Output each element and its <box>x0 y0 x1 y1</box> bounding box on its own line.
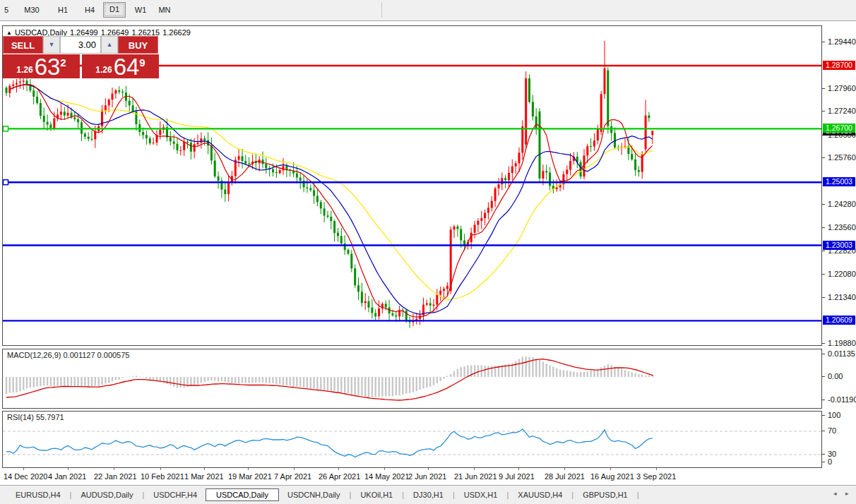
tab-separator: | <box>142 491 144 499</box>
date-label: 21 Jun 2021 <box>454 472 497 481</box>
date-tick <box>384 468 385 470</box>
date-tick <box>248 468 249 470</box>
tab-separator: | <box>350 491 352 499</box>
rsi-line <box>6 429 653 457</box>
chart-tabs: EURUSD,H4|AUDUSD,Daily|USDCHF,H4USDCAD,D… <box>7 488 640 502</box>
date-label: 2 Jun 2021 <box>408 472 446 481</box>
price-badge-1.28700: 1.28700 <box>823 61 855 70</box>
tab-usdchf-h4[interactable]: USDCHF,H4 <box>145 489 206 500</box>
bid-price-pip: 2 <box>60 56 66 68</box>
price-tick <box>822 204 825 205</box>
date-label: 19 Mar 2021 <box>228 472 272 481</box>
volume-input[interactable]: 3.00 <box>60 36 101 54</box>
macd-tick <box>822 400 825 400</box>
ask-price-pip: 9 <box>139 56 145 68</box>
buy-button[interactable]: BUY <box>118 36 158 54</box>
tab-dj30-h1[interactable]: DJ30,H1 <box>405 489 452 500</box>
rsi-tick <box>822 431 825 431</box>
date-tick <box>428 468 429 470</box>
macd-axis-label: -0.011904 <box>828 395 856 404</box>
price-tick <box>822 157 825 158</box>
timeframe-button-m30[interactable]: M30 <box>21 3 42 17</box>
tab-usdx-h1[interactable]: USDX,H1 <box>456 489 506 500</box>
price-axis[interactable]: 1.294401.279601.272401.265001.257601.242… <box>822 21 856 485</box>
price-tick <box>822 274 825 275</box>
price-badge-1.23003: 1.23003 <box>823 241 855 250</box>
rsi-tick <box>822 415 825 416</box>
mt4-window: 5M30H1H4D1W1MN ▲USDCAD,Daily1.264991.266… <box>0 0 856 504</box>
line-handle[interactable] <box>4 126 8 131</box>
price-tick <box>822 88 825 89</box>
macd-tick <box>822 354 825 354</box>
bid-price-box[interactable]: 1.26632 <box>3 54 80 78</box>
macd-signal-line <box>6 359 653 400</box>
tabs-scroll-right-icon[interactable]: ▸ <box>845 490 849 497</box>
macd-axis-label: 0.01135 <box>828 349 855 358</box>
ask-price-box[interactable]: 1.26649 <box>82 54 159 78</box>
price-label: 1.29440 <box>828 37 856 46</box>
date-label: 16 Aug 2021 <box>590 472 634 481</box>
tabs-scroll-left-icon[interactable]: ◂ <box>833 490 837 497</box>
bid-price-main: 63 <box>35 57 61 77</box>
date-tick <box>656 468 657 470</box>
date-tick <box>518 468 519 470</box>
tab-ukoil-h1[interactable]: UKOil,H1 <box>352 489 401 500</box>
tab-usdcnh-daily[interactable]: USDCNH,Daily <box>279 489 349 500</box>
time-axis[interactable]: 14 Dec 20204 Jan 202122 Jan 202110 Feb 2… <box>2 468 822 485</box>
tab-usdcad-daily[interactable]: USDCAD,Daily <box>206 488 279 501</box>
date-label: 7 Apr 2021 <box>274 472 311 481</box>
price-label: 1.27240 <box>828 107 856 115</box>
date-label: 1 Mar 2021 <box>184 472 224 481</box>
ma-line-mid <box>10 85 653 314</box>
timeframe-button-5[interactable]: 5 <box>0 3 17 17</box>
line-handle[interactable] <box>4 180 8 185</box>
rsi-chart[interactable] <box>3 412 821 467</box>
tab-gbpusd-h1[interactable]: GBPUSD,H1 <box>574 489 636 500</box>
rsi-axis-label: 100 <box>828 411 840 419</box>
tab-eurusd-h4[interactable]: EURUSD,H4 <box>7 489 69 500</box>
date-label: 14 Dec 2020 <box>4 472 47 481</box>
collapse-triangle-icon[interactable]: ▲ <box>6 30 12 36</box>
ask-price-prefix: 1.26 <box>95 63 112 77</box>
one-click-trade-panel: SELL ▼ 3.00 ▲ BUY 1.26632 1.26649 <box>3 36 159 78</box>
ask-price-main: 64 <box>114 57 140 77</box>
sell-button[interactable]: SELL <box>3 36 43 54</box>
date-label: 9 Jul 2021 <box>499 472 535 481</box>
tab-separator: | <box>453 491 455 499</box>
timeframe-button-w1[interactable]: W1 <box>130 3 151 17</box>
price-label: 1.27960 <box>828 84 856 92</box>
date-tick <box>564 468 565 470</box>
date-label: 3 Sep 2021 <box>636 472 676 481</box>
volume-increase-button[interactable]: ▲ <box>101 36 118 54</box>
tab-xauusd-h4[interactable]: XAUUSD,H4 <box>509 489 571 500</box>
price-label: 1.24280 <box>828 200 856 208</box>
price-label: 1.21340 <box>828 293 856 301</box>
price-tick <box>822 227 825 228</box>
date-label: 28 Jul 2021 <box>545 472 585 481</box>
date-label: 4 Jan 2021 <box>48 472 86 481</box>
price-tick <box>822 251 825 251</box>
macd-label: MACD(12,26,9) 0.001127 0.000575 <box>7 351 129 359</box>
ma-line-fast <box>10 85 653 318</box>
price-tick <box>822 42 825 42</box>
candles-layer <box>6 41 654 328</box>
volume-decrease-button[interactable]: ▼ <box>43 36 60 54</box>
macd-indicator-pane[interactable]: MACD(12,26,9) 0.001127 0.000575 <box>2 349 822 409</box>
date-label: 22 Jan 2021 <box>94 472 137 481</box>
date-tick <box>204 468 205 470</box>
timeframe-button-mn[interactable]: MN <box>154 3 175 17</box>
tab-separator: | <box>637 491 639 499</box>
timeframe-button-h4[interactable]: H4 <box>79 3 100 17</box>
rsi-tick <box>822 462 825 462</box>
price-tick <box>822 111 825 112</box>
tab-separator: | <box>571 491 573 499</box>
price-badge-1.25003: 1.25003 <box>823 177 855 186</box>
tab-audusd-daily[interactable]: AUDUSD,Daily <box>72 489 141 500</box>
rsi-indicator-pane[interactable]: RSI(14) 55.7971 <box>2 411 822 468</box>
tab-separator: | <box>402 491 404 499</box>
ma-line-slow <box>10 85 653 300</box>
date-tick <box>294 468 295 470</box>
timeframe-button-d1[interactable]: D1 <box>103 2 126 18</box>
rsi-axis-label: 70 <box>828 426 836 435</box>
timeframe-button-h1[interactable]: H1 <box>52 3 73 17</box>
